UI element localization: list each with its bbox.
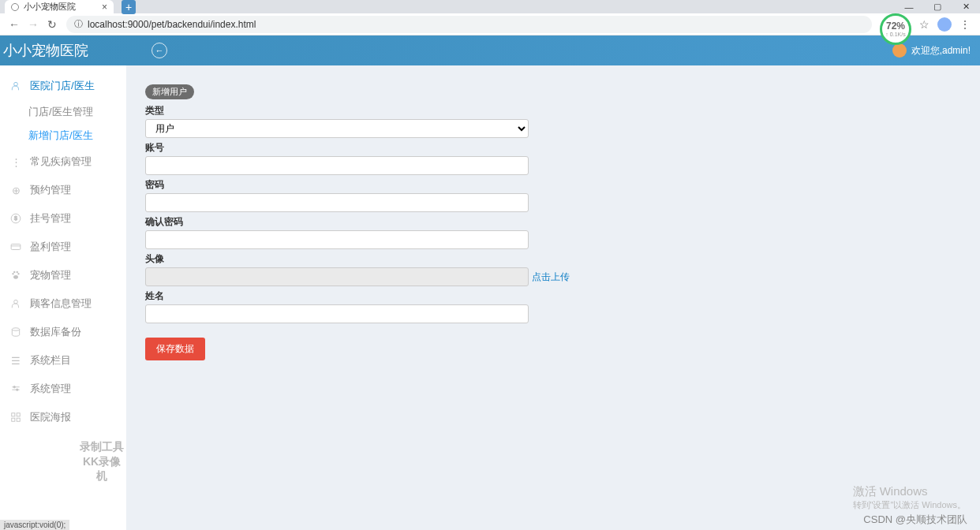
name-label: 姓名 bbox=[145, 289, 961, 303]
field-account: 账号 bbox=[145, 141, 961, 175]
svg-rect-17 bbox=[17, 413, 20, 416]
activate-windows-watermark: 激活 Windows 转到"设置"以激活 Windows。 bbox=[853, 484, 967, 511]
sidebar-item-system[interactable]: 系统管理 bbox=[0, 375, 126, 403]
password-input[interactable] bbox=[145, 193, 529, 212]
info-icon: ⓘ bbox=[74, 18, 83, 30]
list-icon: ☰ bbox=[9, 354, 22, 367]
confirm-input[interactable] bbox=[145, 230, 529, 249]
sidebar-item-label: 盈利管理 bbox=[30, 240, 71, 254]
sidebar-item-poster[interactable]: 医院海报 bbox=[0, 403, 126, 431]
user-area[interactable]: 欢迎您,admin! bbox=[892, 43, 971, 58]
field-avatar: 头像 点击上传 bbox=[145, 252, 961, 286]
account-input[interactable] bbox=[145, 156, 529, 175]
tab-title: 小小宠物医院 bbox=[24, 1, 76, 13]
sidebar-item-appointment[interactable]: ⊕ 预约管理 bbox=[0, 176, 126, 204]
dots-icon: ⋮ bbox=[9, 155, 22, 168]
name-input[interactable] bbox=[145, 304, 529, 323]
content-area: 新增用户 类型 用户 账号 密码 确认密码 头像 点击上传 姓名 bbox=[126, 65, 980, 530]
close-window-button[interactable]: ✕ bbox=[952, 0, 980, 13]
sidebar-item-label: 宠物管理 bbox=[30, 268, 71, 282]
speed-percent: 72% bbox=[886, 21, 905, 32]
browser-chrome: 小小宠物医院 × + — ▢ ✕ ← → ↻ ⓘ localhost:9000/… bbox=[0, 0, 980, 35]
sidebar-subitem-manage[interactable]: 门店/医生管理 bbox=[0, 100, 126, 124]
sidebar-item-label: 数据库备份 bbox=[30, 325, 81, 339]
app-body: 医院门店/医生 门店/医生管理 新增门店/医生 ⋮ 常见疾病管理 ⊕ 预约管理 … bbox=[0, 65, 980, 530]
sidebar-item-label: 系统栏目 bbox=[30, 353, 71, 368]
password-label: 密码 bbox=[145, 178, 961, 192]
window-controls: — ▢ ✕ bbox=[895, 0, 980, 13]
sidebar-sub-label: 新增门店/医生 bbox=[28, 129, 93, 143]
sidebar-item-label: 挂号管理 bbox=[30, 211, 71, 226]
globe-icon bbox=[11, 3, 19, 11]
svg-point-14 bbox=[13, 386, 15, 388]
paw-icon bbox=[9, 269, 22, 282]
speed-rate: ↑ 0.1K/s bbox=[885, 32, 905, 37]
svg-point-9 bbox=[13, 275, 18, 279]
speed-badge[interactable]: 72% ↑ 0.1K/s bbox=[880, 13, 911, 45]
welcome-text: 欢迎您,admin! bbox=[911, 44, 971, 58]
sidebar-item-label: 常见疾病管理 bbox=[30, 155, 92, 169]
close-icon[interactable]: × bbox=[102, 2, 107, 13]
svg-text:$: $ bbox=[14, 215, 17, 221]
sidebar-item-customer[interactable]: 顾客信息管理 bbox=[0, 289, 126, 318]
grid-icon bbox=[9, 411, 22, 424]
svg-point-6 bbox=[17, 273, 19, 274]
url-bar[interactable]: ⓘ localhost:9000/pet/backendui/index.htm… bbox=[66, 16, 872, 33]
svg-rect-16 bbox=[12, 413, 15, 416]
sidebar-item-profit[interactable]: 盈利管理 bbox=[0, 233, 126, 261]
field-password: 密码 bbox=[145, 178, 961, 212]
nav-bar: ← → ↻ ⓘ localhost:9000/pet/backendui/ind… bbox=[0, 13, 980, 35]
new-tab-button[interactable]: + bbox=[122, 0, 136, 14]
app-header: 小小宠物医院 ← 欢迎您,admin! bbox=[0, 35, 980, 65]
url-text: localhost:9000/pet/backendui/index.html bbox=[88, 19, 256, 30]
sidebar-item-register[interactable]: $ 挂号管理 bbox=[0, 204, 126, 233]
save-button[interactable]: 保存数据 bbox=[145, 338, 205, 360]
csdn-watermark: CSDN @央顺技术团队 bbox=[863, 513, 967, 527]
recorder-watermark: 录制工具 KK录像机 bbox=[77, 439, 126, 483]
svg-point-15 bbox=[17, 389, 18, 390]
sidebar-subitem-add[interactable]: 新增门店/医生 bbox=[0, 124, 126, 147]
type-select[interactable]: 用户 bbox=[145, 119, 529, 138]
user-icon bbox=[9, 80, 22, 92]
menu-icon[interactable]: ⋮ bbox=[959, 18, 971, 31]
collapse-sidebar-button[interactable]: ← bbox=[151, 43, 167, 58]
form-badge: 新增用户 bbox=[145, 84, 194, 99]
sidebar-item-label: 预约管理 bbox=[30, 183, 71, 197]
account-label: 账号 bbox=[145, 141, 961, 155]
sidebar-item-backup[interactable]: 数据库备份 bbox=[0, 318, 126, 346]
money-icon: $ bbox=[9, 212, 22, 225]
back-button[interactable]: ← bbox=[5, 15, 24, 34]
sidebar-item-column[interactable]: ☰ 系统栏目 bbox=[0, 346, 126, 375]
db-icon bbox=[9, 326, 22, 338]
sidebar-item-disease[interactable]: ⋮ 常见疾病管理 bbox=[0, 147, 126, 176]
sidebar-item-label: 系统管理 bbox=[30, 382, 71, 396]
field-type: 类型 用户 bbox=[145, 104, 961, 138]
minimize-button[interactable]: — bbox=[895, 0, 923, 13]
svg-point-5 bbox=[12, 273, 13, 274]
svg-point-0 bbox=[14, 82, 18, 86]
svg-point-10 bbox=[14, 300, 18, 304]
maximize-button[interactable]: ▢ bbox=[923, 0, 952, 13]
forward-button[interactable]: → bbox=[24, 15, 43, 34]
sidebar-item-label: 顾客信息管理 bbox=[30, 297, 92, 311]
settings-icon bbox=[9, 383, 22, 395]
field-confirm: 确认密码 bbox=[145, 215, 961, 249]
user-avatar-icon bbox=[892, 43, 907, 58]
sidebar-item-pet[interactable]: 宠物管理 bbox=[0, 261, 126, 289]
bookmark-icon[interactable]: ☆ bbox=[919, 18, 930, 31]
browser-status-bar: javascript:void(0); bbox=[0, 520, 69, 530]
svg-point-8 bbox=[17, 271, 18, 273]
svg-rect-3 bbox=[11, 244, 21, 250]
reload-button[interactable]: ↻ bbox=[43, 15, 62, 34]
upload-link[interactable]: 点击上传 bbox=[532, 271, 570, 282]
svg-point-7 bbox=[13, 271, 15, 273]
sidebar-sub-label: 门店/医生管理 bbox=[28, 105, 93, 119]
svg-rect-18 bbox=[12, 418, 15, 421]
profile-avatar[interactable] bbox=[937, 17, 952, 32]
svg-rect-19 bbox=[17, 418, 20, 421]
sidebar-item-hospital[interactable]: 医院门店/医生 bbox=[0, 72, 126, 100]
app-title: 小小宠物医院 bbox=[3, 41, 88, 60]
card-icon bbox=[9, 241, 22, 253]
browser-tab[interactable]: 小小宠物医院 × bbox=[5, 0, 114, 13]
sidebar: 医院门店/医生 门店/医生管理 新增门店/医生 ⋮ 常见疾病管理 ⊕ 预约管理 … bbox=[0, 65, 126, 530]
